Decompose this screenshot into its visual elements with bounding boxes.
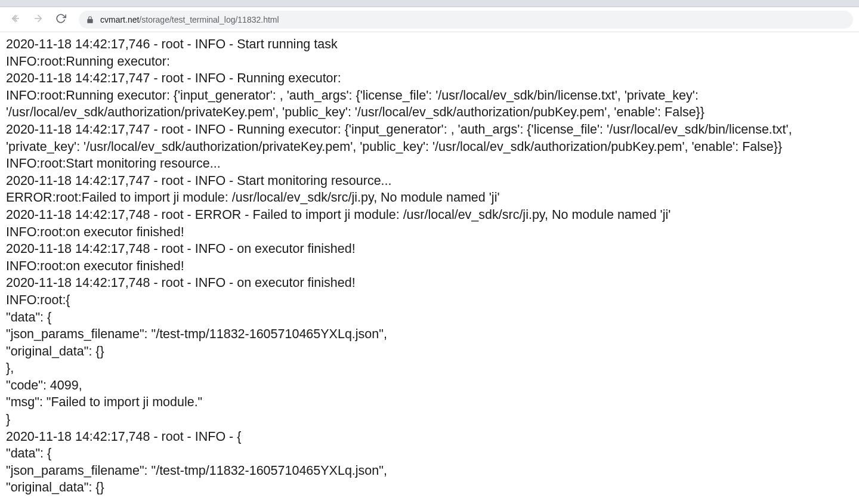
log-content: 2020-11-18 14:42:17,746 - root - INFO - …	[0, 32, 859, 500]
arrow-left-icon	[10, 13, 21, 26]
url-path: /storage/test_terminal_log/11832.html	[139, 15, 279, 24]
reload-icon	[55, 13, 66, 26]
arrow-right-icon	[33, 13, 44, 26]
back-button[interactable]	[6, 10, 25, 29]
forward-button[interactable]	[29, 10, 48, 29]
browser-toolbar: cvmart.net/storage/test_terminal_log/118…	[0, 7, 859, 32]
lock-icon	[86, 16, 94, 24]
url-text: cvmart.net/storage/test_terminal_log/118…	[100, 15, 279, 24]
address-bar[interactable]: cvmart.net/storage/test_terminal_log/118…	[79, 11, 853, 29]
tab-strip	[0, 0, 859, 7]
reload-button[interactable]	[51, 10, 70, 29]
url-domain: cvmart.net	[100, 15, 139, 24]
